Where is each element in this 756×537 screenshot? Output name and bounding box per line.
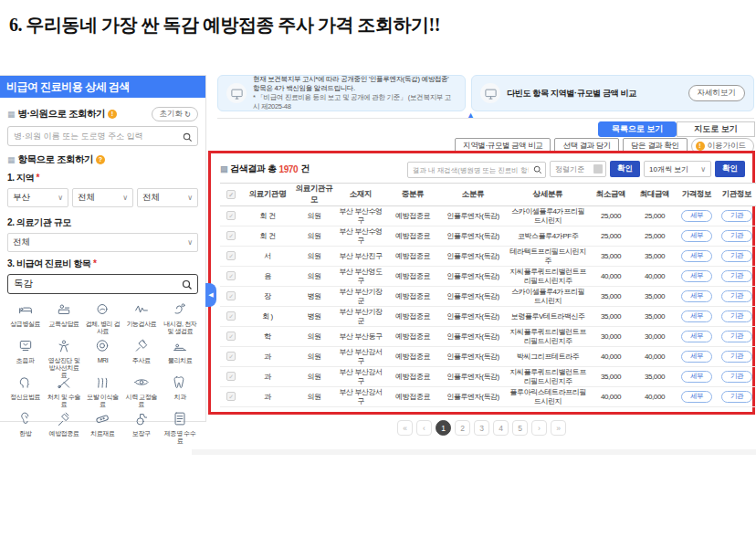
- row-checkbox[interactable]: ✓: [226, 291, 236, 300]
- grid-icon: ▦: [7, 110, 16, 119]
- map-view-button[interactable]: 지도로 보기: [677, 121, 755, 137]
- price-detail-button[interactable]: 세부: [681, 351, 712, 363]
- category-tile-16[interactable]: 한방: [7, 411, 43, 445]
- detail-view-button[interactable]: 자세히보기: [688, 85, 746, 101]
- region-select-3[interactable]: 전체∨: [137, 188, 198, 207]
- org-info-button[interactable]: 기관: [721, 351, 752, 363]
- page-last-button[interactable]: »: [551, 420, 566, 436]
- price-detail-button[interactable]: 세부: [681, 250, 712, 263]
- category-tile-20[interactable]: 제증명 수수료: [163, 411, 198, 445]
- table-cell: 장: [242, 287, 293, 307]
- category-tile-2[interactable]: 교육상담료: [46, 301, 81, 335]
- region-select-1[interactable]: 부산∨: [7, 188, 68, 207]
- amount-cell: 35,000: [589, 247, 633, 267]
- page-prev-button[interactable]: ‹: [416, 420, 432, 436]
- category-tile-19[interactable]: 보장구: [123, 411, 159, 445]
- category-tile-7[interactable]: 영상진단 및 방사선치료료: [46, 338, 81, 372]
- chevron-down-icon: ∨: [187, 194, 193, 202]
- row-checkbox[interactable]: ✓: [226, 211, 236, 220]
- price-detail-button[interactable]: 세부: [681, 210, 712, 223]
- category-tile-13[interactable]: 모발 이식술료: [85, 374, 121, 408]
- table-cell: 부산 부산영도구: [335, 267, 386, 287]
- reset-button[interactable]: 초기화↻: [152, 107, 198, 121]
- category-tile-14[interactable]: 시력 교정술료: [123, 374, 159, 408]
- page-number-button[interactable]: 5: [512, 420, 528, 436]
- category-label: 예방접종료: [49, 430, 79, 437]
- category-tile-18[interactable]: 치료재료: [85, 411, 121, 445]
- table-cell: 인플루엔자(독감): [439, 327, 507, 347]
- table-row: ✓음의원부산 부산영도구예방접종료인플루엔자(독감)지씨플루쿼드리밸런트프리필드…: [220, 267, 756, 287]
- row-checkbox[interactable]: ✓: [226, 231, 236, 240]
- hospital-search-input[interactable]: [7, 126, 198, 146]
- category-tile-12[interactable]: 처치 및 수술료: [46, 374, 81, 408]
- list-icon: ▤: [220, 164, 227, 174]
- org-info-button[interactable]: 기관: [721, 210, 752, 223]
- price-detail-button[interactable]: 세부: [681, 230, 712, 243]
- page-number-button[interactable]: 1: [436, 420, 451, 436]
- page-size-select[interactable]: 10개씩 보기∨: [644, 161, 711, 177]
- row-checkbox[interactable]: ✓: [226, 311, 236, 321]
- sort-select[interactable]: 정렬기준: [550, 161, 606, 177]
- collapse-up-icon[interactable]: ▲: [467, 111, 475, 120]
- amount-cell: 40,000: [589, 267, 633, 287]
- bottom-divider: [192, 449, 756, 455]
- table-cell: 예방접종료: [386, 206, 439, 226]
- price-detail-button[interactable]: 세부: [681, 331, 712, 343]
- select-all-checkbox[interactable]: ✓: [226, 190, 236, 199]
- page-number-button[interactable]: 2: [455, 420, 470, 436]
- amount-cell: 25,000: [589, 226, 633, 247]
- page-number-button[interactable]: 3: [474, 420, 489, 436]
- price-detail-button[interactable]: 세부: [681, 371, 712, 384]
- category-grid: 상급병실료교육상담료검체, 병리 검사료기능검사료내시경, 천자 및 생검료초음…: [7, 301, 198, 445]
- org-info-button[interactable]: 기관: [721, 230, 752, 243]
- category-tile-1[interactable]: 상급병실료: [7, 301, 43, 335]
- category-tile-3[interactable]: 검체, 병리 검사료: [85, 301, 121, 335]
- price-detail-button[interactable]: 세부: [681, 311, 712, 323]
- amount-cell: 40,000: [633, 267, 677, 287]
- row-checkbox[interactable]: ✓: [226, 251, 236, 260]
- scale-select[interactable]: 전체∨: [7, 233, 198, 252]
- category-tile-15[interactable]: 치과: [163, 374, 198, 408]
- table-cell: 예방접종료: [386, 267, 439, 287]
- category-tile-17[interactable]: 예방접종료: [46, 411, 81, 445]
- row-checkbox[interactable]: ✓: [226, 332, 236, 341]
- bed-icon: [17, 301, 34, 321]
- org-info-button[interactable]: 기관: [721, 311, 752, 323]
- table-cell: 부산 부산진구: [335, 247, 386, 267]
- org-info-button[interactable]: 기관: [721, 391, 752, 404]
- region-select-2[interactable]: 전체∨: [72, 188, 133, 207]
- row-checkbox[interactable]: ✓: [226, 352, 236, 361]
- page-first-button[interactable]: «: [397, 420, 413, 436]
- row-checkbox[interactable]: ✓: [226, 392, 236, 401]
- sidebar-collapse-button[interactable]: ◀: [205, 283, 216, 307]
- org-info-button[interactable]: 기관: [721, 371, 752, 384]
- category-label: 내시경, 천자 및 생검료: [163, 321, 198, 335]
- page-next-button[interactable]: ›: [531, 420, 547, 436]
- category-label: 보장구: [132, 430, 151, 437]
- org-info-button[interactable]: 기관: [721, 250, 752, 263]
- price-detail-button[interactable]: 세부: [681, 290, 712, 303]
- category-tile-4[interactable]: 기능검사료: [123, 301, 159, 335]
- category-tile-9[interactable]: 주사료: [123, 338, 159, 372]
- category-tile-8[interactable]: MRI: [85, 338, 121, 372]
- table-cell: 부산 부산동구: [335, 327, 386, 347]
- price-detail-button[interactable]: 세부: [681, 391, 712, 404]
- org-info-button[interactable]: 기관: [721, 270, 752, 283]
- sort-confirm-button[interactable]: 확인: [610, 161, 640, 177]
- row-checkbox[interactable]: ✓: [226, 271, 236, 280]
- org-info-button[interactable]: 기관: [721, 290, 752, 303]
- table-row: ✓장병원부산 부산기장군예방접종료인플루엔자(독감)스카이셀플루4가프리필드시린…: [220, 287, 756, 307]
- category-tile-5[interactable]: 내시경, 천자 및 생검료: [163, 301, 198, 335]
- row-checkbox[interactable]: ✓: [226, 372, 236, 381]
- category-tile-6[interactable]: 초음파: [7, 338, 43, 372]
- list-view-button[interactable]: 목록으로 보기: [598, 121, 677, 137]
- category-label: MRI: [98, 357, 109, 364]
- page-number-button[interactable]: 4: [493, 420, 509, 436]
- item-search-input[interactable]: [7, 274, 198, 294]
- price-detail-button[interactable]: 세부: [681, 270, 712, 283]
- size-confirm-button[interactable]: 확인: [715, 161, 745, 177]
- org-info-button[interactable]: 기관: [721, 331, 752, 343]
- category-tile-10[interactable]: 물리치료: [163, 338, 198, 372]
- research-input[interactable]: [407, 162, 546, 178]
- category-tile-11[interactable]: 정신요법료: [7, 374, 43, 408]
